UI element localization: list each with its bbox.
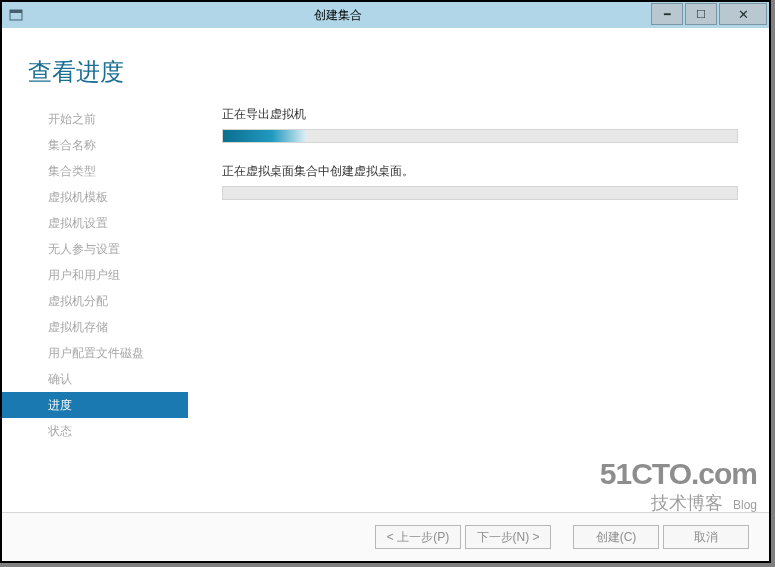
window-frame: 创建集合 ━ ☐ ✕ 查看进度 开始之前 集合名称 集合类型 虚拟机模板 虚拟机… xyxy=(0,0,771,563)
progress-fill xyxy=(223,130,305,142)
sidebar-item-vm-assignment: 虚拟机分配 xyxy=(2,288,188,314)
wizard-footer: < 上一步(P) 下一步(N) > 创建(C) 取消 xyxy=(2,512,769,561)
task-export-vm: 正在导出虚拟机 xyxy=(222,106,739,143)
progress-bar xyxy=(222,129,738,143)
svg-rect-1 xyxy=(10,10,22,13)
create-button[interactable]: 创建(C) xyxy=(573,525,659,549)
task-create-vd: 正在虚拟桌面集合中创建虚拟桌面。 xyxy=(222,163,739,200)
main-panel: 正在导出虚拟机 正在虚拟桌面集合中创建虚拟桌面。 xyxy=(188,98,769,512)
window-title: 创建集合 xyxy=(24,7,651,24)
sidebar-item-vm-storage: 虚拟机存储 xyxy=(2,314,188,340)
sidebar-item-progress: 进度 xyxy=(2,392,188,418)
app-icon xyxy=(8,7,24,23)
titlebar[interactable]: 创建集合 ━ ☐ ✕ xyxy=(2,2,769,29)
task-label: 正在导出虚拟机 xyxy=(222,106,739,123)
minimize-button[interactable]: ━ xyxy=(651,3,683,25)
sidebar-item-vm-settings: 虚拟机设置 xyxy=(2,210,188,236)
sidebar-item-confirmation: 确认 xyxy=(2,366,188,392)
window-controls: ━ ☐ ✕ xyxy=(651,2,769,28)
progress-bar xyxy=(222,186,738,200)
close-button[interactable]: ✕ xyxy=(719,3,767,25)
header-region: 查看进度 xyxy=(2,28,769,98)
wizard-sidebar: 开始之前 集合名称 集合类型 虚拟机模板 虚拟机设置 无人参与设置 用户和用户组… xyxy=(2,98,188,512)
sidebar-item-collection-name: 集合名称 xyxy=(2,132,188,158)
sidebar-item-collection-type: 集合类型 xyxy=(2,158,188,184)
sidebar-item-before-you-begin: 开始之前 xyxy=(2,106,188,132)
maximize-button[interactable]: ☐ xyxy=(685,3,717,25)
wizard-body: 查看进度 开始之前 集合名称 集合类型 虚拟机模板 虚拟机设置 无人参与设置 用… xyxy=(2,28,769,561)
page-title: 查看进度 xyxy=(28,56,769,88)
sidebar-item-vm-template: 虚拟机模板 xyxy=(2,184,188,210)
content-row: 开始之前 集合名称 集合类型 虚拟机模板 虚拟机设置 无人参与设置 用户和用户组… xyxy=(2,98,769,512)
sidebar-item-upd: 用户配置文件磁盘 xyxy=(2,340,188,366)
sidebar-item-status: 状态 xyxy=(2,418,188,444)
next-button[interactable]: 下一步(N) > xyxy=(465,525,551,549)
task-label: 正在虚拟桌面集合中创建虚拟桌面。 xyxy=(222,163,739,180)
sidebar-item-unattended-settings: 无人参与设置 xyxy=(2,236,188,262)
prev-button[interactable]: < 上一步(P) xyxy=(375,525,461,549)
sidebar-item-users-groups: 用户和用户组 xyxy=(2,262,188,288)
cancel-button[interactable]: 取消 xyxy=(663,525,749,549)
